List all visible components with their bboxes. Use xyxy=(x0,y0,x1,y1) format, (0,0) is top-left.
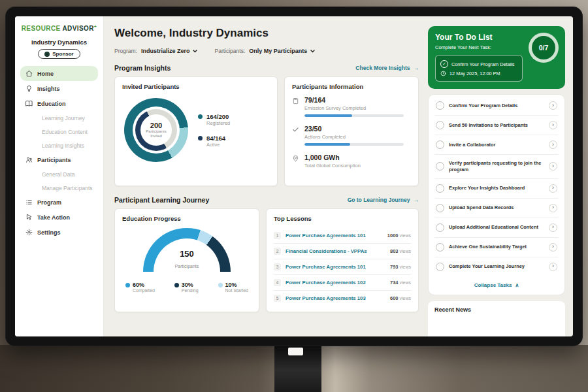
todo-task[interactable]: Upload Spend Data Records › xyxy=(434,199,559,218)
lesson-row: 5 Power Purchase Agreements 103 600views xyxy=(274,291,411,306)
todo-task[interactable]: Explore Your Insights Dashboard › xyxy=(434,179,559,199)
task-checkbox[interactable] xyxy=(436,162,444,171)
sidebar-item-home[interactable]: Home xyxy=(20,66,98,81)
card-title: Participants Information xyxy=(292,83,411,90)
program-dropdown[interactable]: Industrialize Zero xyxy=(141,48,198,54)
task-checkbox[interactable] xyxy=(436,223,444,232)
sidebar-item-manage-participants[interactable]: Manage Participants xyxy=(20,181,98,195)
collapse-tasks-button[interactable]: Collapse Tasks ∧ xyxy=(434,276,559,293)
chevron-right-icon[interactable]: › xyxy=(549,101,557,110)
sidebar-item-participants[interactable]: Participants xyxy=(20,152,98,167)
chevron-right-icon[interactable]: › xyxy=(549,184,557,193)
sidebar-item-education-content[interactable]: Education Content xyxy=(20,125,98,139)
todo-task[interactable]: Upload Additional Educational Content › xyxy=(434,218,559,238)
chevron-right-icon[interactable]: › xyxy=(549,204,557,212)
dashboard-screen: RESOURCE ADVISOR+ Industry Dynamics Spon… xyxy=(15,16,573,336)
legend-dot xyxy=(174,283,179,287)
program-insights-title: Program Insights xyxy=(114,64,171,72)
check-circle-icon: ✓ xyxy=(440,60,448,68)
sidebar-item-label: Education xyxy=(37,101,66,107)
todo-task[interactable]: Verify participants requesting to join t… xyxy=(434,155,559,179)
learning-cards-row: Education Progress 150 Participants 60 xyxy=(114,208,419,312)
task-checkbox[interactable] xyxy=(436,243,444,252)
logo-resource-text: RESOURCE xyxy=(22,25,61,32)
todo-progress-ring: 0/7 xyxy=(529,33,559,63)
sidebar-item-label: Home xyxy=(37,71,54,77)
chevron-right-icon[interactable]: › xyxy=(549,162,557,171)
list-icon xyxy=(25,199,33,206)
lesson-row: 4 Power Purchase Agreements 102 734views xyxy=(274,275,411,291)
sponsor-icon xyxy=(44,52,50,57)
sidebar-item-label: Settings xyxy=(37,229,61,236)
card-title: Top Lessons xyxy=(274,215,411,222)
lesson-views: 1000views xyxy=(387,233,411,238)
learning-journey-title: Participant Learning Journey xyxy=(114,196,209,204)
sidebar-item-education[interactable]: Education xyxy=(20,96,98,111)
todo-task[interactable]: Send 50 Invitations to Participants › xyxy=(434,116,559,135)
lesson-link[interactable]: Power Purchase Agreements 102 xyxy=(286,280,385,286)
task-checkbox[interactable] xyxy=(436,101,444,110)
todo-task[interactable]: Confirm Your Program Details › xyxy=(434,96,559,116)
sidebar-item-general-data[interactable]: General Data xyxy=(20,167,98,181)
chevron-right-icon[interactable]: › xyxy=(549,243,557,252)
lesson-link[interactable]: Financial Considerations - VPPAs xyxy=(286,248,385,254)
check-more-insights-link[interactable]: Check More Insights → xyxy=(355,65,419,71)
todo-task[interactable]: Achieve One Sustainability Target › xyxy=(434,238,559,257)
participants-filter-label: Participants: xyxy=(214,48,245,54)
gear-icon xyxy=(25,229,33,236)
chevron-down-icon xyxy=(310,48,315,54)
task-checkbox[interactable] xyxy=(436,140,444,149)
sidebar-item-insights[interactable]: Insights xyxy=(20,81,98,96)
sidebar-item-learning-journey[interactable]: Learning Journey xyxy=(20,111,98,125)
stat-emission-survey: 79/164 Emission Survey Completed xyxy=(292,96,411,117)
lesson-link[interactable]: Power Purchase Agreements 101 xyxy=(286,264,385,270)
lesson-link[interactable]: Power Purchase Agreements 101 xyxy=(286,233,383,238)
home-icon xyxy=(25,70,33,77)
sidebar-item-label: Program xyxy=(37,199,61,206)
todo-task[interactable]: Complete Your Learning Journey › xyxy=(434,257,559,276)
background-wall: RESOURCE ADVISOR+ Industry Dynamics Spon… xyxy=(0,0,588,392)
lesson-row: 2 Financial Considerations - VPPAs 803vi… xyxy=(274,244,411,259)
lesson-rank: 5 xyxy=(274,295,281,302)
invited-participants-donut-chart: 200 Participants Invited xyxy=(124,98,188,162)
lesson-views: 734views xyxy=(390,280,411,286)
sidebar-item-learning-insights[interactable]: Learning Insights xyxy=(20,139,98,152)
app-logo: RESOURCE ADVISOR+ xyxy=(20,24,98,32)
donut-center-label: 200 Participants Invited xyxy=(140,114,172,146)
arrow-right-icon: → xyxy=(414,197,419,203)
lesson-rank: 4 xyxy=(274,279,281,286)
sidebar-item-settings[interactable]: Settings xyxy=(20,225,98,240)
next-task-box[interactable]: ✓ Confirm Your Program Details 12 May 20… xyxy=(435,55,523,82)
sidebar-item-program[interactable]: Program xyxy=(20,195,98,210)
chevron-right-icon[interactable]: › xyxy=(549,263,557,271)
sidebar-item-take-action[interactable]: Take Action xyxy=(20,210,98,225)
go-to-learning-journey-link[interactable]: Go to Learning Journey → xyxy=(348,197,419,203)
education-progress-gauge-chart: 150 Participants xyxy=(143,228,231,275)
chevron-right-icon[interactable]: › xyxy=(549,140,557,149)
task-checkbox[interactable] xyxy=(436,204,444,212)
monitor-logo-light xyxy=(288,348,303,355)
task-checkbox[interactable] xyxy=(436,263,444,271)
next-task-label: Confirm Your Program Details xyxy=(451,61,515,67)
task-checkbox[interactable] xyxy=(436,184,444,193)
sidebar-item-label: Take Action xyxy=(37,214,70,221)
filter-bar: Program: Industrialize Zero Participants… xyxy=(114,48,419,54)
next-task-time: 12 May 2025, 12:00 PM xyxy=(449,71,500,76)
main-content: Welcome, Industry Dynamics Program: Indu… xyxy=(104,16,425,336)
participants-dropdown[interactable]: Only My Participants xyxy=(249,48,315,54)
todo-task[interactable]: Invite a Collaborator › xyxy=(434,135,559,155)
legend-dot xyxy=(218,283,223,287)
recent-news-header: Recent News xyxy=(428,301,565,336)
chevron-right-icon[interactable]: › xyxy=(549,223,557,232)
lesson-rank: 3 xyxy=(274,263,281,270)
monitor-bezel: RESOURCE ADVISOR+ Industry Dynamics Spon… xyxy=(5,7,583,346)
task-checkbox[interactable] xyxy=(436,121,444,129)
chevron-right-icon[interactable]: › xyxy=(549,121,557,129)
program-filter-label: Program: xyxy=(114,48,137,54)
page-title: Welcome, Industry Dynamics xyxy=(114,27,419,40)
lesson-link[interactable]: Power Purchase Agreements 103 xyxy=(286,295,385,301)
chevron-up-icon: ∧ xyxy=(515,282,519,288)
lesson-views: 600views xyxy=(390,295,411,301)
sponsor-badge[interactable]: Sponsor xyxy=(38,49,80,59)
lesson-views: 803views xyxy=(390,248,411,254)
